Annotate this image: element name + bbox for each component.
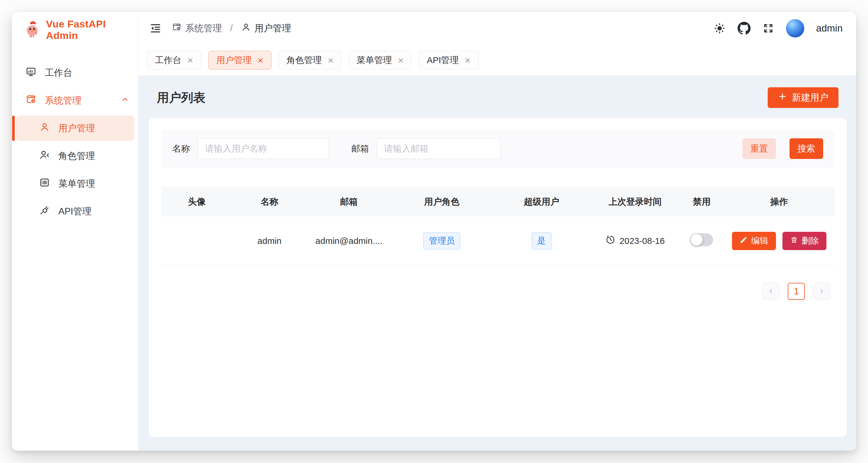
sidebar-item-label: 用户管理 bbox=[58, 122, 95, 134]
reset-button[interactable]: 重置 bbox=[742, 138, 776, 159]
delete-button[interactable]: 删除 bbox=[782, 232, 827, 250]
user-role-icon bbox=[39, 149, 50, 163]
page-number-1[interactable]: 1 bbox=[788, 283, 805, 300]
page-title: 用户列表 bbox=[157, 90, 205, 106]
tabs-bar: 工作台 × 用户管理 × 角色管理 × 菜单管理 × API管理 × bbox=[139, 45, 856, 75]
disabled-toggle[interactable] bbox=[690, 233, 713, 246]
tab-close-icon[interactable]: × bbox=[465, 55, 471, 65]
name-input[interactable] bbox=[198, 138, 329, 159]
sidebar: Vue FastAPI Admin 工作台 bbox=[12, 12, 139, 451]
col-role: 用户角色 bbox=[391, 187, 492, 217]
breadcrumb-system[interactable]: 系统管理 bbox=[172, 22, 222, 34]
cell-last-login: 2023-08-16 bbox=[591, 217, 679, 265]
plus-icon bbox=[778, 92, 787, 103]
prev-page-button[interactable] bbox=[763, 283, 779, 300]
content-area: 用户列表 新建用户 名称 邮箱 bbox=[139, 75, 856, 451]
tab-close-icon[interactable]: × bbox=[328, 55, 334, 65]
user-avatar[interactable] bbox=[786, 19, 804, 37]
tab-user-management[interactable]: 用户管理 × bbox=[208, 51, 272, 70]
last-login-value: 2023-08-16 bbox=[620, 236, 665, 246]
users-table: 头像 名称 邮箱 用户角色 超级用户 上次登录时间 禁用 操作 bbox=[161, 187, 834, 266]
app-logo[interactable]: Vue FastAPI Admin bbox=[12, 12, 138, 48]
email-label: 邮箱 bbox=[351, 143, 369, 155]
github-icon[interactable] bbox=[738, 22, 751, 35]
cell-actions: 编辑 bbox=[724, 217, 834, 265]
sidebar-item-api-management[interactable]: API管理 bbox=[16, 199, 134, 224]
search-button[interactable]: 搜索 bbox=[789, 138, 823, 159]
col-last-login: 上次登录时间 bbox=[591, 187, 679, 217]
col-email: 邮箱 bbox=[307, 187, 392, 217]
tab-label: 用户管理 bbox=[216, 54, 252, 66]
sidebar-item-user-management[interactable]: 用户管理 bbox=[16, 115, 134, 141]
tab-label: 工作台 bbox=[155, 54, 181, 66]
table-row: admin admin@admin.... 管理员 是 bbox=[161, 217, 834, 265]
delete-label: 删除 bbox=[802, 235, 819, 247]
next-page-button[interactable] bbox=[813, 283, 830, 300]
col-superuser: 超级用户 bbox=[492, 187, 591, 217]
cell-name: admin bbox=[232, 217, 307, 265]
plug-icon bbox=[39, 205, 50, 218]
tab-close-icon[interactable]: × bbox=[398, 55, 404, 65]
cell-superuser: 是 bbox=[492, 217, 591, 265]
active-indicator-bar bbox=[12, 115, 15, 141]
window-gear-icon bbox=[25, 94, 37, 107]
edit-label: 编辑 bbox=[751, 235, 768, 247]
theme-sun-icon[interactable] bbox=[713, 22, 726, 34]
edit-button[interactable]: 编辑 bbox=[732, 232, 776, 250]
cell-role: 管理员 bbox=[391, 217, 492, 265]
tab-workbench[interactable]: 工作台 × bbox=[147, 51, 201, 70]
sidebar-item-system[interactable]: 系统管理 bbox=[12, 88, 138, 113]
tab-label: 菜单管理 bbox=[357, 54, 392, 66]
user-icon bbox=[39, 122, 50, 135]
col-actions: 操作 bbox=[724, 187, 834, 217]
app-window: Vue FastAPI Admin 工作台 bbox=[12, 12, 856, 451]
clock-history-icon bbox=[606, 235, 615, 247]
breadcrumb-label: 系统管理 bbox=[185, 22, 222, 34]
breadcrumb-current[interactable]: 用户管理 bbox=[241, 22, 291, 34]
collapse-sidebar-icon[interactable] bbox=[149, 22, 162, 34]
trash-icon bbox=[790, 236, 798, 246]
fullscreen-icon[interactable] bbox=[763, 23, 774, 34]
sidebar-item-label: 工作台 bbox=[45, 67, 72, 79]
sidebar-menu: 工作台 系统管理 bbox=[12, 48, 138, 227]
app-title: Vue FastAPI Admin bbox=[46, 18, 138, 41]
search-form: 名称 邮箱 重置 搜索 bbox=[161, 130, 834, 167]
role-tag: 管理员 bbox=[423, 232, 460, 250]
cell-disabled bbox=[679, 217, 724, 265]
table-header-row: 头像 名称 邮箱 用户角色 超级用户 上次登录时间 禁用 操作 bbox=[161, 187, 834, 217]
create-user-label: 新建用户 bbox=[792, 91, 829, 104]
tab-label: API管理 bbox=[427, 54, 459, 66]
pagination: 1 bbox=[161, 283, 834, 300]
sidebar-item-label: 菜单管理 bbox=[58, 177, 95, 190]
name-label: 名称 bbox=[172, 143, 190, 155]
cell-email: admin@admin.... bbox=[307, 217, 392, 265]
superuser-tag: 是 bbox=[532, 232, 551, 250]
username[interactable]: admin bbox=[816, 23, 843, 34]
window-gear-icon bbox=[172, 22, 182, 34]
topbar-actions: admin bbox=[713, 19, 843, 37]
pencil-icon bbox=[740, 236, 748, 246]
list-icon bbox=[39, 177, 50, 191]
breadcrumb-separator: / bbox=[230, 23, 233, 34]
create-user-button[interactable]: 新建用户 bbox=[768, 87, 838, 108]
tab-role-management[interactable]: 角色管理 × bbox=[279, 51, 342, 70]
tab-api-management[interactable]: API管理 × bbox=[418, 51, 478, 70]
col-disabled: 禁用 bbox=[679, 187, 724, 217]
sidebar-item-menu-management[interactable]: 菜单管理 bbox=[16, 171, 134, 196]
chevron-up-icon bbox=[121, 95, 129, 106]
sidebar-item-label: 角色管理 bbox=[58, 150, 95, 162]
tab-label: 角色管理 bbox=[286, 54, 322, 66]
sidebar-item-label: 系统管理 bbox=[45, 94, 82, 107]
email-input[interactable] bbox=[377, 138, 501, 159]
user-icon bbox=[241, 22, 251, 34]
sidebar-item-role-management[interactable]: 角色管理 bbox=[16, 143, 134, 169]
tab-menu-management[interactable]: 菜单管理 × bbox=[349, 51, 412, 70]
content-card: 名称 邮箱 重置 搜索 bbox=[149, 118, 847, 437]
sidebar-item-workbench[interactable]: 工作台 bbox=[12, 60, 138, 86]
tab-close-icon[interactable]: × bbox=[257, 55, 264, 65]
content-header: 用户列表 新建用户 bbox=[139, 75, 856, 108]
topbar: 系统管理 / 用户管理 bbox=[139, 12, 856, 45]
tab-close-icon[interactable]: × bbox=[187, 55, 193, 65]
main-area: 系统管理 / 用户管理 bbox=[139, 12, 856, 451]
col-avatar: 头像 bbox=[161, 187, 232, 217]
